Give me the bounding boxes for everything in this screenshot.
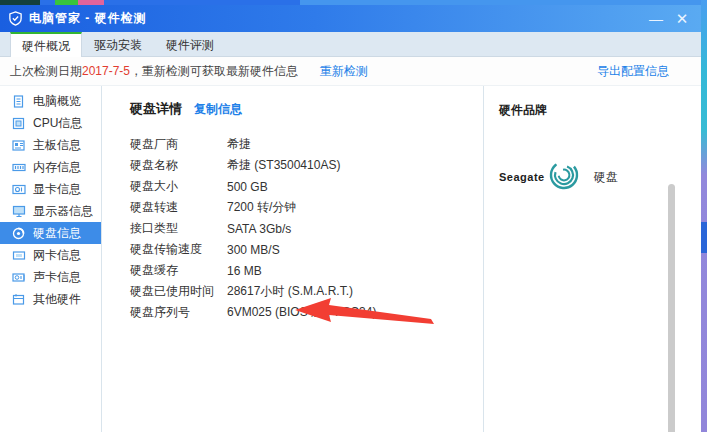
- detail-row: 硬盘缓存16 MB: [130, 260, 482, 281]
- sidebar-item-cpu[interactable]: CPU信息: [0, 112, 101, 134]
- sidebar-item-memory[interactable]: 内存信息: [0, 156, 101, 178]
- export-config-link[interactable]: 导出配置信息: [597, 63, 669, 80]
- desktop-wallpaper-right-strip: [701, 0, 707, 432]
- cpu-icon: [12, 117, 26, 130]
- hardware-brand-panel: 硬件品牌 Seagate 硬盘: [483, 86, 695, 432]
- panel-title: 硬盘详情: [130, 100, 182, 118]
- brand-row: Seagate 硬盘: [499, 159, 695, 195]
- app-window: 电脑管家 - 硬件检测 — ✕ 硬件概况 驱动安装 硬件评测 上次检测日期 20…: [0, 0, 707, 432]
- detail-row: 硬盘已使用时间28617小时 (S.M.A.R.T.): [130, 281, 482, 302]
- disk-detail-panel: 硬盘详情 复制信息 硬盘厂商希捷 硬盘名称希捷 (ST3500410AS) 硬盘…: [103, 86, 482, 432]
- detail-row: 硬盘序列号6VM025 (BIOS 版本: CC34): [130, 302, 482, 323]
- sidebar: 电脑概览 CPU信息 主板信息 内存信息 显卡信息: [0, 86, 102, 432]
- tab-bar: 硬件概况 驱动安装 硬件评测: [0, 32, 701, 57]
- detail-row: 硬盘转速7200 转/分钟: [130, 197, 482, 218]
- sidebar-item-network[interactable]: 网卡信息: [0, 244, 101, 266]
- sidebar-item-monitor[interactable]: 显示器信息: [0, 200, 101, 222]
- brand-item-label: 硬盘: [594, 169, 618, 186]
- overview-icon: [12, 95, 26, 108]
- sidebar-item-motherboard[interactable]: 主板信息: [0, 134, 101, 156]
- vertical-scrollbar-thumb[interactable]: [668, 184, 675, 432]
- sidebar-item-gpu[interactable]: 显卡信息: [0, 178, 101, 200]
- content-area: 电脑概览 CPU信息 主板信息 内存信息 显卡信息: [0, 86, 701, 432]
- info-bar: 上次检测日期 2017-7-5，重新检测可获取最新硬件信息 重新检测 导出配置信…: [0, 57, 701, 86]
- motherboard-icon: [12, 139, 26, 152]
- recheck-link[interactable]: 重新检测: [320, 63, 368, 80]
- desktop-icon-fragment: [701, 222, 707, 253]
- last-check-text: 上次检测日期: [10, 63, 82, 80]
- sidebar-item-sound[interactable]: 声卡信息: [0, 266, 101, 288]
- seagate-logo-text: Seagate: [499, 171, 545, 183]
- minimize-button[interactable]: —: [643, 8, 669, 30]
- sidebar-item-other-hardware[interactable]: 其他硬件: [0, 288, 101, 310]
- tab-hardware-overview[interactable]: 硬件概况: [10, 32, 82, 58]
- title-bar[interactable]: 电脑管家 - 硬件检测 — ✕: [0, 5, 701, 32]
- copy-info-link[interactable]: 复制信息: [194, 101, 242, 118]
- detail-row: 硬盘大小500 GB: [130, 176, 482, 197]
- seagate-swirl-icon: [548, 159, 580, 195]
- sidebar-item-disk[interactable]: 硬盘信息: [0, 222, 101, 244]
- detail-row-interface-type: 接口类型SATA 3Gb/s: [130, 218, 482, 239]
- gpu-icon: [12, 183, 26, 196]
- monitor-icon: [12, 205, 26, 218]
- window-title: 电脑管家 - 硬件检测: [29, 10, 147, 27]
- detail-row: 硬盘传输速度300 MB/S: [130, 239, 482, 260]
- brand-panel-title: 硬件品牌: [499, 102, 695, 119]
- sidebar-item-pc-overview[interactable]: 电脑概览: [0, 90, 101, 112]
- tab-driver-install[interactable]: 驱动安装: [82, 32, 154, 57]
- tab-hardware-benchmark[interactable]: 硬件评测: [154, 32, 226, 57]
- memory-icon: [12, 161, 26, 174]
- pc-manager-shield-icon: [8, 11, 23, 26]
- last-check-date: 2017-7-5: [82, 64, 130, 78]
- close-button[interactable]: ✕: [669, 8, 695, 30]
- last-check-suffix: ，重新检测可获取最新硬件信息: [130, 63, 298, 80]
- other-hardware-icon: [12, 293, 26, 306]
- network-icon: [12, 249, 26, 262]
- detail-row: 硬盘名称希捷 (ST3500410AS): [130, 155, 482, 176]
- sound-icon: [12, 271, 26, 284]
- detail-row: 硬盘厂商希捷: [130, 134, 482, 155]
- disk-icon: [12, 227, 26, 240]
